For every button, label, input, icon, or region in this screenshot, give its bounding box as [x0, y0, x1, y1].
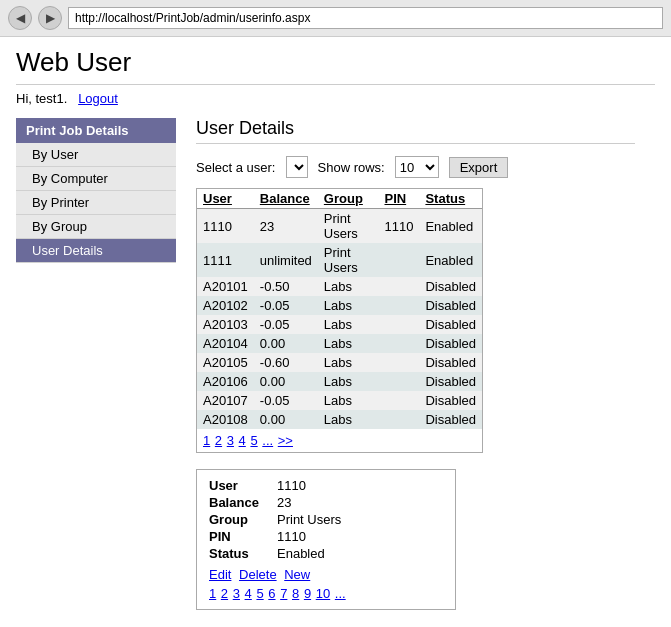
table-cell: Enabled [419, 209, 482, 244]
table-cell [378, 243, 419, 277]
table-cell: Labs [318, 334, 379, 353]
logout-link[interactable]: Logout [78, 91, 118, 106]
new-link[interactable]: New [284, 567, 310, 582]
table-cell [378, 296, 419, 315]
table-cell: Disabled [419, 410, 482, 429]
detail-page-ellipsis[interactable]: ... [335, 586, 346, 601]
table-cell: Disabled [419, 334, 482, 353]
back-button[interactable]: ◀ [8, 6, 32, 30]
table-cell: Print Users [318, 209, 379, 244]
table-row[interactable]: A20107-0.05LabsDisabled [197, 391, 482, 410]
controls-row: Select a user: Show rows: 10 25 50 100 E… [196, 156, 635, 178]
sidebar-item-by-printer[interactable]: By Printer [16, 191, 176, 215]
sidebar-section-print-job-details[interactable]: Print Job Details [16, 118, 176, 143]
table-row[interactable]: A20105-0.60LabsDisabled [197, 353, 482, 372]
layout: Print Job Details By User By Computer By… [16, 118, 655, 610]
col-header-group: Group [318, 189, 379, 209]
detail-page-9[interactable]: 9 [304, 586, 311, 601]
table-cell: A20108 [197, 410, 254, 429]
table-cell: unlimited [254, 243, 318, 277]
page-link-5[interactable]: 5 [250, 433, 257, 448]
table-cell [378, 391, 419, 410]
table-cell [378, 315, 419, 334]
table-cell: Labs [318, 372, 379, 391]
table-container: User Balance Group PIN Status 111023Prin… [196, 188, 483, 453]
table-row[interactable]: A20103-0.05LabsDisabled [197, 315, 482, 334]
table-row[interactable]: A20101-0.50LabsDisabled [197, 277, 482, 296]
detail-status-label: Status [209, 546, 269, 561]
address-bar[interactable] [68, 7, 663, 29]
select-user-dropdown[interactable] [286, 156, 308, 178]
table-row[interactable]: A201080.00LabsDisabled [197, 410, 482, 429]
page-link-next[interactable]: >> [278, 433, 293, 448]
detail-status-row: Status Enabled [209, 546, 443, 561]
table-row[interactable]: 111023Print Users1110Enabled [197, 209, 482, 244]
section-title: User Details [196, 118, 635, 144]
detail-actions: Edit Delete New [209, 567, 443, 582]
detail-page-7[interactable]: 7 [280, 586, 287, 601]
detail-page-10[interactable]: 10 [316, 586, 330, 601]
table-cell: -0.50 [254, 277, 318, 296]
table-row[interactable]: A201040.00LabsDisabled [197, 334, 482, 353]
table-cell: 0.00 [254, 372, 318, 391]
table-cell [378, 334, 419, 353]
page-link-2[interactable]: 2 [215, 433, 222, 448]
table-cell [378, 410, 419, 429]
table-cell: 1110 [197, 209, 254, 244]
user-table: User Balance Group PIN Status 111023Prin… [197, 189, 482, 429]
table-cell: A20107 [197, 391, 254, 410]
table-cell: Labs [318, 353, 379, 372]
col-header-balance: Balance [254, 189, 318, 209]
main-content: User Details Select a user: Show rows: 1… [176, 118, 655, 610]
export-button[interactable]: Export [449, 157, 509, 178]
table-cell: A20101 [197, 277, 254, 296]
detail-page-6[interactable]: 6 [268, 586, 275, 601]
table-cell: Disabled [419, 391, 482, 410]
table-cell: 1110 [378, 209, 419, 244]
sidebar-item-by-user[interactable]: By User [16, 143, 176, 167]
sidebar: Print Job Details By User By Computer By… [16, 118, 176, 610]
table-pagination: 1 2 3 4 5 ... >> [197, 429, 482, 452]
table-cell: -0.05 [254, 391, 318, 410]
sidebar-item-by-computer[interactable]: By Computer [16, 167, 176, 191]
detail-pin-row: PIN 1110 [209, 529, 443, 544]
browser-chrome: ◀ ▶ [0, 0, 671, 37]
table-cell: A20104 [197, 334, 254, 353]
detail-page-5[interactable]: 5 [256, 586, 263, 601]
show-rows-select[interactable]: 10 25 50 100 [395, 156, 439, 178]
detail-page-4[interactable]: 4 [245, 586, 252, 601]
page-title: Web User [16, 47, 655, 85]
table-cell: Labs [318, 296, 379, 315]
col-header-pin: PIN [378, 189, 419, 209]
user-info: Hi, test1. Logout [16, 91, 655, 106]
detail-group-label: Group [209, 512, 269, 527]
page-link-1[interactable]: 1 [203, 433, 210, 448]
detail-page-1[interactable]: 1 [209, 586, 216, 601]
detail-balance-label: Balance [209, 495, 269, 510]
forward-button[interactable]: ▶ [38, 6, 62, 30]
detail-page-8[interactable]: 8 [292, 586, 299, 601]
edit-link[interactable]: Edit [209, 567, 231, 582]
sidebar-item-by-group[interactable]: By Group [16, 215, 176, 239]
page-link-4[interactable]: 4 [239, 433, 246, 448]
page-link-3[interactable]: 3 [227, 433, 234, 448]
detail-page-2[interactable]: 2 [221, 586, 228, 601]
table-row[interactable]: A201060.00LabsDisabled [197, 372, 482, 391]
sidebar-item-user-details[interactable]: User Details [16, 239, 176, 263]
table-row[interactable]: 1111unlimitedPrint UsersEnabled [197, 243, 482, 277]
table-cell [378, 277, 419, 296]
table-cell: Disabled [419, 353, 482, 372]
detail-balance-value: 23 [277, 495, 291, 510]
detail-pin-value: 1110 [277, 529, 306, 544]
table-cell: 0.00 [254, 410, 318, 429]
table-row[interactable]: A20102-0.05LabsDisabled [197, 296, 482, 315]
table-cell: Disabled [419, 372, 482, 391]
delete-link[interactable]: Delete [239, 567, 277, 582]
table-cell: 1111 [197, 243, 254, 277]
detail-user-row: User 1110 [209, 478, 443, 493]
table-cell: Enabled [419, 243, 482, 277]
table-cell: Labs [318, 410, 379, 429]
page-link-ellipsis[interactable]: ... [262, 433, 273, 448]
table-cell: 0.00 [254, 334, 318, 353]
detail-page-3[interactable]: 3 [233, 586, 240, 601]
